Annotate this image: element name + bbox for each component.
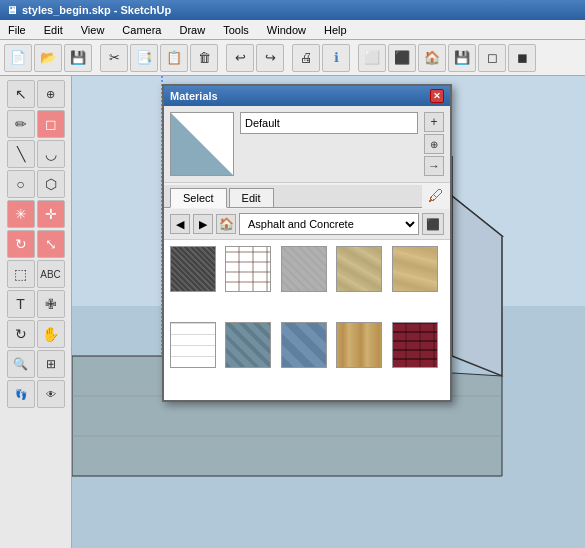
main-area: ↖ ⊕ ✏ ◻ ╲ ◡ ○ ⬡ ✳ ✛ ↻ ⤡ ⬚ ABC T ✙ bbox=[0, 76, 585, 548]
swatch-concrete-gray[interactable] bbox=[281, 246, 327, 292]
sample-button[interactable]: → bbox=[424, 156, 444, 176]
home-button[interactable]: 🏠 bbox=[216, 214, 236, 234]
preview-triangle bbox=[171, 113, 233, 175]
dialog-title: Materials bbox=[170, 90, 218, 102]
view3-button[interactable]: ◻ bbox=[478, 44, 506, 72]
pencil-tool[interactable]: ✏ bbox=[7, 110, 35, 138]
print-button[interactable]: 🖨 bbox=[292, 44, 320, 72]
forward-button[interactable]: ▶ bbox=[193, 214, 213, 234]
create-material-button[interactable]: ⬛ bbox=[422, 213, 444, 235]
preview-section: + ⊕ → bbox=[164, 106, 450, 183]
swatch-dark-red-brick[interactable] bbox=[392, 322, 438, 368]
materials-dialog: Materials ✕ + ⊕ → bbox=[162, 84, 452, 402]
menu-camera[interactable]: Camera bbox=[118, 22, 165, 38]
title-bar-icon: 🖥 bbox=[6, 4, 17, 16]
swatch-gray-concrete[interactable] bbox=[170, 322, 216, 368]
axes-tool[interactable]: ✙ bbox=[37, 290, 65, 318]
undo-button[interactable]: ↩ bbox=[226, 44, 254, 72]
menu-bar: File Edit View Camera Draw Tools Window … bbox=[0, 20, 585, 40]
offset-tool[interactable]: ⬚ bbox=[7, 260, 35, 288]
swatch-wood-light[interactable] bbox=[336, 322, 382, 368]
swatch-brick-pink[interactable] bbox=[225, 246, 271, 292]
select-tool[interactable]: ↖ bbox=[7, 80, 35, 108]
info-button[interactable]: ℹ bbox=[322, 44, 350, 72]
zoom-fit-tool[interactable]: ⊞ bbox=[37, 350, 65, 378]
view4-button[interactable]: ◼ bbox=[508, 44, 536, 72]
menu-tools[interactable]: Tools bbox=[219, 22, 253, 38]
dialog-close-button[interactable]: ✕ bbox=[430, 89, 444, 103]
zoom-tool[interactable]: 🔍 bbox=[7, 350, 35, 378]
new-button[interactable]: 📄 bbox=[4, 44, 32, 72]
menu-view[interactable]: View bbox=[77, 22, 109, 38]
orbit-tool[interactable]: ↻ bbox=[7, 320, 35, 348]
swatch-stone-tan[interactable] bbox=[336, 246, 382, 292]
add-material-button[interactable]: + bbox=[424, 112, 444, 132]
view2-button[interactable]: ⬛ bbox=[388, 44, 416, 72]
back-button[interactable]: ◀ bbox=[170, 214, 190, 234]
space-tool[interactable]: ⊕ bbox=[37, 80, 65, 108]
move-tool[interactable]: ✛ bbox=[37, 200, 65, 228]
copy-button[interactable]: 📑 bbox=[130, 44, 158, 72]
left-toolbar: ↖ ⊕ ✏ ◻ ╲ ◡ ○ ⬡ ✳ ✛ ↻ ⤡ ⬚ ABC T ✙ bbox=[0, 76, 72, 548]
category-dropdown[interactable]: Asphalt and Concrete Brick, Cladding and… bbox=[239, 213, 419, 235]
menu-file[interactable]: File bbox=[4, 22, 30, 38]
side-buttons: + ⊕ → bbox=[424, 112, 444, 176]
menu-help[interactable]: Help bbox=[320, 22, 351, 38]
swatch-stone-warm[interactable] bbox=[392, 246, 438, 292]
swatch-cobblestone[interactable] bbox=[225, 322, 271, 368]
add-to-model-button[interactable]: ⊕ bbox=[424, 134, 444, 154]
eyedropper-tool[interactable]: 🖊 bbox=[422, 183, 450, 209]
title-bar: 🖥 styles_begin.skp - SketchUp bbox=[0, 0, 585, 20]
material-name-area bbox=[240, 112, 418, 176]
menu-edit[interactable]: Edit bbox=[40, 22, 67, 38]
viewport[interactable]: Materials ✕ + ⊕ → bbox=[72, 76, 585, 548]
browser-row: ◀ ▶ 🏠 Asphalt and Concrete Brick, Claddi… bbox=[164, 209, 450, 240]
home-view-button[interactable]: 🏠 bbox=[418, 44, 446, 72]
menu-draw[interactable]: Draw bbox=[175, 22, 209, 38]
menu-window[interactable]: Window bbox=[263, 22, 310, 38]
tape-tool[interactable]: ABC bbox=[37, 260, 65, 288]
tab-bar-row: Select Edit 🖊 bbox=[164, 183, 450, 209]
tab-edit[interactable]: Edit bbox=[229, 188, 274, 207]
swatch-asphalt-dark[interactable] bbox=[170, 246, 216, 292]
material-preview bbox=[170, 112, 234, 176]
tab-bar: Select Edit bbox=[164, 185, 422, 208]
walk-tool[interactable]: 👣 bbox=[7, 380, 35, 408]
save-view-button[interactable]: 💾 bbox=[448, 44, 476, 72]
main-toolbar: 📄 📂 💾 ✂ 📑 📋 🗑 ↩ ↪ 🖨 ℹ ⬜ ⬛ 🏠 💾 ◻ ◼ bbox=[0, 40, 585, 76]
tab-select[interactable]: Select bbox=[170, 188, 227, 208]
scale-tool[interactable]: ⤡ bbox=[37, 230, 65, 258]
arc-tool[interactable]: ◡ bbox=[37, 140, 65, 168]
material-grid bbox=[164, 240, 450, 400]
paste-button[interactable]: 📋 bbox=[160, 44, 188, 72]
save-button[interactable]: 💾 bbox=[64, 44, 92, 72]
dialog-title-bar: Materials ✕ bbox=[164, 86, 450, 106]
text-tool[interactable]: T bbox=[7, 290, 35, 318]
erase-button[interactable]: 🗑 bbox=[190, 44, 218, 72]
push-pull-tool[interactable]: ✳ bbox=[7, 200, 35, 228]
eraser-tool[interactable]: ◻ bbox=[37, 110, 65, 138]
rotate-tool[interactable]: ↻ bbox=[7, 230, 35, 258]
circle-tool[interactable]: ○ bbox=[7, 170, 35, 198]
redo-button[interactable]: ↪ bbox=[256, 44, 284, 72]
cut-button[interactable]: ✂ bbox=[100, 44, 128, 72]
pan-tool[interactable]: ✋ bbox=[37, 320, 65, 348]
open-button[interactable]: 📂 bbox=[34, 44, 62, 72]
view1-button[interactable]: ⬜ bbox=[358, 44, 386, 72]
line-tool[interactable]: ╲ bbox=[7, 140, 35, 168]
window-title: styles_begin.skp - SketchUp bbox=[22, 4, 171, 16]
polygon-tool[interactable]: ⬡ bbox=[37, 170, 65, 198]
swatch-tile-blue[interactable] bbox=[281, 322, 327, 368]
material-name-input[interactable] bbox=[240, 112, 418, 134]
look-tool[interactable]: 👁 bbox=[37, 380, 65, 408]
